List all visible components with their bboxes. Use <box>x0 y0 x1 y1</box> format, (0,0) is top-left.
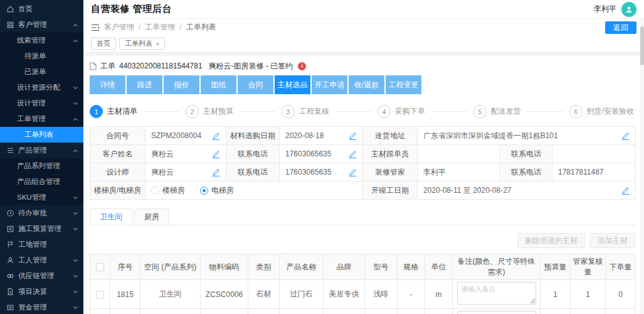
phone1-value: 17603065635 <box>285 149 331 158</box>
breadcrumb-separator: / <box>179 23 181 32</box>
chevron-down-icon <box>73 100 78 105</box>
phone-label: 联系电话 <box>511 149 541 160</box>
breadcrumb-item[interactable]: 工单管理 <box>145 22 175 33</box>
project-change-button[interactable]: 工程变更 <box>386 75 421 94</box>
step-5: 5配送发货 <box>473 105 521 118</box>
avatar[interactable] <box>621 2 636 17</box>
quote-button[interactable]: 报价 <box>164 75 199 94</box>
sidebar-item-workorder-list[interactable]: 工单列表 <box>0 127 83 143</box>
radio-icon <box>151 187 159 195</box>
sidebar-item-workorder-mgmt[interactable]: 工单管理 <box>0 111 83 127</box>
edit-icon[interactable] <box>212 150 220 158</box>
tab-bathroom[interactable]: 卫生间 <box>90 208 132 225</box>
step-1: 1主材清单 <box>90 105 137 118</box>
collapse-sidebar-icon[interactable] <box>91 24 100 31</box>
select-all-checkbox[interactable] <box>96 263 104 271</box>
sidebar-item-dispatched[interactable]: 已派单 <box>0 64 83 80</box>
contract-label: 合同号 <box>107 131 129 141</box>
butler-value: 李利平 <box>423 167 446 178</box>
chevron-down-icon <box>73 210 78 215</box>
sidebar-item-home[interactable]: 首页 <box>0 1 83 17</box>
sidebar-item-construction-budget[interactable]: 施工预算管理 <box>0 221 83 237</box>
divider <box>83 51 644 56</box>
page-tabs: 首页 工单列表 × <box>83 36 644 51</box>
page-title: 自营装修 管理后台 <box>91 3 172 15</box>
sidebar-item-product-mgmt[interactable]: 产品管理 <box>0 143 83 158</box>
sidebar-item-site-mgmt[interactable]: 工地管理 <box>0 237 83 252</box>
followup-button[interactable]: 跟进 <box>127 75 162 94</box>
chevron-up-icon <box>73 23 78 28</box>
startend-date-value: 2020-08-11 至 2020-08-27 <box>423 185 512 196</box>
drawing-button[interactable]: 图纸 <box>201 75 236 94</box>
chevron-up-icon <box>73 117 78 122</box>
tab-kitchen[interactable]: 厨房 <box>134 208 169 225</box>
user-name: 李利平 <box>594 4 616 14</box>
phone4-value: 17817811487 <box>558 168 604 176</box>
sidebar-item-pending-approval[interactable]: 待办审批 <box>0 205 83 221</box>
sidebar-item-product-series[interactable]: 产品系列管理 <box>0 158 83 174</box>
sidebar-item-design-resource[interactable]: 设计资源分配 <box>0 80 83 95</box>
detail-button[interactable]: 详情 <box>90 75 125 94</box>
sidebar-item-project-settlement[interactable]: 项目决算 <box>0 284 83 300</box>
top-header: 自营装修 管理后台 李利平 <box>83 0 644 19</box>
delete-selected-materials-button[interactable]: 删除所选的主材 <box>517 233 585 248</box>
start-apply-button[interactable]: 开工申请 <box>312 75 347 94</box>
sidebar-item-sku-mgmt[interactable]: SKU管理 <box>0 190 83 205</box>
breadcrumb-item[interactable]: 客户管理 <box>104 22 134 33</box>
row-checkbox[interactable] <box>96 291 104 299</box>
edit-icon[interactable] <box>212 168 220 176</box>
scrollbar-thumb[interactable] <box>640 26 644 65</box>
material-selection-button[interactable]: 主材选品 <box>275 75 310 94</box>
designer-value: 爽粉云 <box>151 167 174 178</box>
sidebar-item-product-combo[interactable]: 产品组合管理 <box>0 174 83 190</box>
sidebar-item-customer-mgmt[interactable]: 客户管理 <box>0 17 83 33</box>
edit-icon[interactable] <box>212 132 220 140</box>
workorder-id: 44032020081181544781 <box>119 62 203 70</box>
grid-icon <box>6 21 14 29</box>
add-material-button[interactable]: 添加主材 <box>590 233 635 248</box>
breadcrumb-separator: / <box>139 23 140 32</box>
edit-icon[interactable] <box>349 168 357 176</box>
chevron-down-icon <box>73 273 78 278</box>
contract-button[interactable]: 合同 <box>238 75 273 94</box>
customer-value: 爽粉云 <box>151 149 174 160</box>
sidebar-item-worker-mgmt[interactable]: 工人管理 <box>0 252 83 268</box>
table-row: 1814 卫生间 ZCSC0005 石材 过门石 美居专供 深啡 - m 2 2… <box>90 309 636 314</box>
tab-workorder-list[interactable]: 工单列表 × <box>119 38 165 50</box>
edit-icon[interactable] <box>349 132 357 140</box>
workorder-info: 工单 44032020081181544781 爽粉云-图房装修 - 已签约 i <box>90 61 635 71</box>
room-tabs: 卫生间 厨房 <box>90 208 635 225</box>
sidebar-item-design-mgmt[interactable]: 设计管理 <box>0 95 83 111</box>
workorder-actions: 详情 跟进 报价 图纸 合同 主材选品 开工申请 收/退款 工程变更 <box>90 75 635 94</box>
worker-icon <box>6 256 14 264</box>
edit-icon[interactable] <box>621 132 630 140</box>
follower-label: 主材跟单员 <box>371 149 409 160</box>
clock-icon <box>6 209 14 217</box>
payment-refund-button[interactable]: 收/退款 <box>349 75 384 94</box>
close-icon[interactable]: × <box>156 40 159 48</box>
budget-icon <box>6 225 14 233</box>
radio-selected-icon <box>200 187 208 195</box>
radio-elevator-house[interactable]: 电梯房 <box>200 185 234 196</box>
material-date-value: 2020-08-18 <box>285 131 324 140</box>
edit-icon[interactable] <box>621 187 630 195</box>
note-input[interactable] <box>457 282 536 305</box>
address-label: 送货地址 <box>375 131 405 141</box>
customer-label: 客户姓名 <box>103 149 133 160</box>
sidebar-item-supply-chain[interactable]: 供应链管理 <box>0 268 83 284</box>
tab-home[interactable]: 首页 <box>91 38 116 50</box>
step-2: 2主材预算 <box>186 105 233 118</box>
phone-label: 联系电话 <box>238 149 268 160</box>
material-date-label: 材料选购日期 <box>230 131 275 141</box>
radio-stair-house[interactable]: 楼梯房 <box>151 185 185 196</box>
back-button[interactable]: 返回 <box>605 21 636 34</box>
sidebar-item-lead-mgmt[interactable]: 线索管理 <box>0 33 83 48</box>
designer-label: 设计师 <box>107 167 129 178</box>
sidebar-item-fund-mgmt[interactable]: 资金管理 <box>0 300 83 314</box>
chevron-down-icon <box>73 257 78 262</box>
chevron-down-icon <box>73 85 78 89</box>
info-badge-icon[interactable]: i <box>298 62 306 70</box>
edit-icon[interactable] <box>349 150 357 158</box>
note-input[interactable] <box>457 311 536 314</box>
sidebar-item-pending-dispatch[interactable]: 待派单 <box>0 48 83 64</box>
